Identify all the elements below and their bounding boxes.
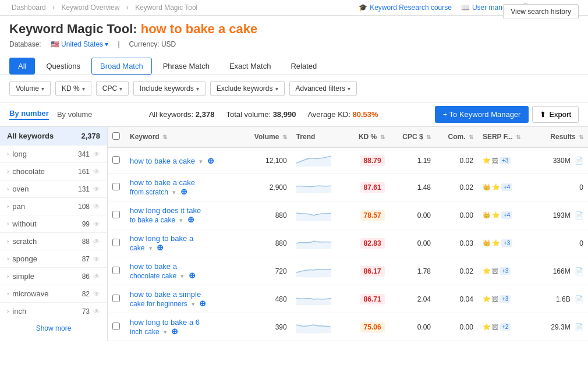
eye-icon[interactable]: 👁 (93, 255, 100, 263)
export-button[interactable]: ⬆ Export (532, 106, 579, 123)
keyword-link[interactable]: how to bake a simple (130, 290, 201, 299)
sidebar-item-microwave[interactable]: › microwave 82 👁 (0, 285, 107, 302)
row-checkbox[interactable] (112, 156, 120, 164)
serp-column-header[interactable]: SERP F... ⇅ (478, 127, 536, 147)
row-checkbox[interactable] (112, 239, 120, 246)
trend-cell (292, 201, 346, 229)
serp-badge: +4 (501, 183, 512, 191)
keyword-link[interactable]: how long does it take (130, 206, 201, 215)
keyword-link[interactable]: how long to bake a (130, 234, 193, 243)
sidebar-item-chocolate[interactable]: › chocolate 161 👁 (0, 162, 107, 180)
breadcrumb-dashboard[interactable]: Dashboard (12, 3, 46, 12)
breadcrumb-overview[interactable]: Keyword Overview (61, 3, 119, 12)
results-cell: 330M 📄 (536, 147, 588, 173)
add-keyword-button[interactable]: ⊕ (171, 327, 178, 336)
tab-related[interactable]: Related (282, 58, 325, 75)
keyword-link[interactable]: how to bake a cake (130, 157, 195, 165)
volume-column-header[interactable]: Volume ⇅ (240, 127, 291, 147)
table-row: how to bake a chocolate cake ▾ ⊕ 720 86.… (108, 257, 588, 285)
eye-icon[interactable]: 👁 (93, 238, 100, 246)
add-keyword-button[interactable]: ⊕ (180, 187, 187, 196)
tab-all[interactable]: All (9, 58, 35, 75)
sidebar-item-sponge[interactable]: › sponge 87 👁 (0, 250, 107, 267)
trend-cell (292, 147, 346, 173)
sidebar-item-long[interactable]: › long 341 👁 (0, 145, 107, 162)
exclude-keywords-filter[interactable]: Exclude keywords ▾ (210, 81, 285, 96)
row-checkbox[interactable] (112, 211, 120, 218)
cpc-column-header[interactable]: CPC $ ⇅ (389, 127, 435, 147)
add-keyword-button[interactable]: ⊕ (189, 271, 196, 280)
document-icon: 📄 (575, 157, 583, 165)
eye-icon[interactable]: 👁 (93, 220, 100, 228)
header-meta: Database: 🇺🇸 United States ▾ | Currency:… (9, 40, 579, 48)
kd-cell: 75.06 (346, 313, 389, 341)
cpc-filter[interactable]: CPC ▾ (96, 81, 129, 96)
row-checkbox[interactable] (112, 323, 120, 330)
add-keyword-button[interactable]: ⊕ (207, 156, 214, 165)
volume-filter[interactable]: Volume ▾ (9, 81, 51, 96)
eye-icon[interactable]: 👁 (93, 150, 100, 158)
eye-icon[interactable]: 👁 (93, 168, 100, 176)
row-checkbox-cell (108, 285, 125, 313)
sidebar-item-pan[interactable]: › pan 108 👁 (0, 197, 107, 215)
serp-icon: ⭐ (483, 323, 491, 331)
serp-icon: ⭐ (483, 295, 491, 303)
row-checkbox-cell (108, 313, 125, 341)
kd-filter[interactable]: KD % ▾ (55, 81, 91, 96)
tab-broad-match[interactable]: Broad Match (91, 58, 152, 75)
sidebar-item-scratch[interactable]: › scratch 88 👁 (0, 232, 107, 250)
kd-column-header[interactable]: KD % ⇅ (346, 127, 389, 147)
sidebar-item-oven[interactable]: › oven 131 👁 (0, 180, 107, 197)
row-checkbox[interactable] (112, 183, 120, 190)
keyword-cell: how to bake a simple cake for beginners … (125, 285, 240, 313)
sort-by-number[interactable]: By number (9, 109, 49, 120)
results-value: 193M (553, 211, 571, 219)
view-history-button[interactable]: View search history (503, 4, 579, 19)
keyword-link[interactable]: how to bake a (130, 262, 177, 271)
serp-icon: ⭐ (492, 211, 500, 219)
sidebar-item-simple[interactable]: › simple 86 👁 (0, 267, 107, 285)
row-checkbox[interactable] (112, 267, 120, 274)
chevron-down-icon: ▾ (180, 272, 184, 279)
top-nav: Dashboard › Keyword Overview › Keyword M… (0, 0, 588, 16)
keyword-column-header[interactable]: Keyword ⇅ (125, 127, 240, 147)
include-keywords-filter[interactable]: Include keywords ▾ (133, 81, 206, 96)
table-row: how to bake a cake ▾ ⊕ 12,100 88.79 1.19… (108, 147, 588, 173)
sidebar-item-without[interactable]: › without 99 👁 (0, 215, 107, 232)
eye-icon[interactable]: 👁 (93, 185, 100, 193)
tab-exact-match[interactable]: Exact Match (221, 58, 280, 75)
add-keyword-button[interactable]: ⊕ (187, 215, 194, 224)
show-more-button[interactable]: Show more (0, 320, 107, 337)
advanced-filters-filter[interactable]: Advanced filters ▾ (289, 81, 357, 96)
add-keyword-button[interactable]: ⊕ (157, 243, 164, 252)
keyword-link[interactable]: how to bake a cake (130, 178, 195, 187)
sort-by-volume[interactable]: By volume (57, 110, 93, 119)
sidebar-all-keywords[interactable]: All keywords 2,378 (0, 127, 107, 145)
kd-cell: 78.57 (346, 201, 389, 229)
chevron-down-icon: ▾ (164, 328, 167, 335)
chevron-down-icon: ▾ (199, 158, 203, 165)
tab-questions[interactable]: Questions (37, 58, 89, 75)
database-link[interactable]: 🇺🇸 United States ▾ (51, 40, 109, 48)
results-column-header[interactable]: Results ⇅ (536, 127, 588, 147)
results-value: 1.6B (556, 295, 571, 303)
row-checkbox[interactable] (112, 295, 120, 302)
all-keywords-stat: All keywords: 2,378 (149, 110, 215, 119)
total-volume-stat: Total volume: 38,990 (226, 110, 296, 119)
results-value: 29.3M (551, 323, 570, 331)
results-cell: 1.6B 📄 (536, 285, 588, 313)
com-column-header[interactable]: Com. ⇅ (435, 127, 478, 147)
add-keyword-button[interactable]: ⊕ (199, 299, 206, 308)
select-all-checkbox[interactable] (112, 132, 120, 140)
keyword-manager-button[interactable]: + To Keyword Manager (435, 106, 529, 123)
eye-icon[interactable]: 👁 (93, 203, 100, 211)
tab-phrase-match[interactable]: Phrase Match (154, 58, 218, 75)
keyword-course-link[interactable]: 🎓 Keyword Research course (359, 3, 452, 12)
serp-badge: +3 (500, 157, 511, 164)
eye-icon[interactable]: 👁 (93, 272, 100, 281)
keyword-link[interactable]: how long to bake a 6 (130, 318, 200, 327)
serp-icon: 👑 (483, 183, 491, 191)
eye-icon[interactable]: 👁 (93, 290, 100, 298)
sidebar-item-inch[interactable]: › inch 73 👁 (0, 302, 107, 320)
eye-icon[interactable]: 👁 (93, 307, 100, 316)
